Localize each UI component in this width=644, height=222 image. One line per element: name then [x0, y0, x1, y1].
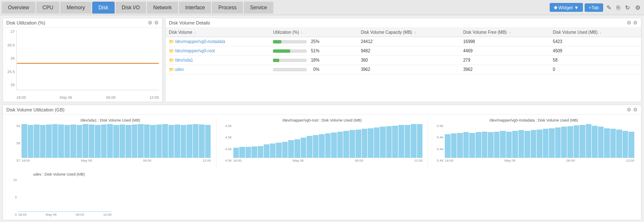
disk-util-cell: 51%: [270, 46, 357, 56]
disk-util-title: Disk Utilization (%): [6, 20, 45, 25]
disk-vol-name[interactable]: 📁/dev/mapper/vg0-root: [166, 46, 270, 56]
bar: [561, 127, 567, 158]
bar: [72, 211, 75, 212]
bar: [91, 211, 94, 212]
bar: [88, 211, 90, 212]
widget-dropdown-icon: ▼: [574, 5, 579, 10]
bar: [457, 133, 463, 158]
tab-process[interactable]: Process: [212, 2, 243, 14]
disk-util-header: Disk Utilization (%) ⚙ ⚙: [3, 18, 162, 28]
bar: [54, 211, 57, 212]
udev-chart-title: udev : Disk Volume Used (MB): [6, 172, 112, 176]
bar: [355, 130, 361, 158]
disk-vol-header: Disk Volume Details ⚙ ⚙: [166, 18, 641, 28]
config-icon-util[interactable]: ⚙: [633, 107, 638, 113]
table-row: 📁/dev/sda1 18% 360 279 58: [166, 56, 641, 65]
bar: [258, 146, 264, 158]
add-tab-button[interactable]: +Tab: [585, 3, 603, 12]
widget-button[interactable]: ◆ Widget ▼: [550, 3, 583, 12]
utilization-line: [17, 63, 159, 64]
bar: [36, 211, 39, 212]
config-icon[interactable]: ⚙: [154, 20, 159, 26]
widget-label: Widget: [558, 5, 573, 10]
chart-plot: [16, 30, 159, 90]
bar: [52, 124, 58, 158]
disk-vol-util-title: Disk Volume Utilization (GB): [6, 107, 64, 112]
disk-vol-util-header: Disk Volume Utilization (GB) ⚙ ⚙: [3, 105, 641, 115]
settings-icon-util[interactable]: ⚙: [627, 107, 631, 113]
bar: [319, 134, 325, 158]
edit-icon[interactable]: ✎: [605, 3, 613, 12]
bar: [580, 125, 585, 158]
bar: [40, 125, 46, 158]
tab-overview[interactable]: Overview: [2, 2, 35, 14]
bar: [524, 131, 530, 158]
settings-icon[interactable]: ⚙: [633, 3, 642, 12]
tab-cpu[interactable]: CPU: [36, 2, 59, 14]
refresh-icon[interactable]: ↻: [623, 3, 632, 12]
bar: [246, 147, 251, 158]
bar: [417, 124, 423, 158]
disk-util-cell: 0%: [270, 65, 357, 74]
tab-disk[interactable]: Disk: [92, 2, 115, 14]
sda1-y-axis: 59 58 57: [10, 124, 21, 162]
bar: [95, 125, 101, 158]
vg0root-x-axis: 18:00 May 06 06:00 12:00: [222, 159, 423, 162]
tab-disk-io[interactable]: Disk I/O: [115, 2, 146, 14]
vg0root-chart-title: /dev/mapper/vg0-root : Disk Volume Used …: [222, 118, 423, 122]
udev-row: udev : Disk Volume Used (MB) 10 5 0 18:0…: [3, 172, 641, 220]
divider2: [428, 118, 428, 169]
bar: [531, 130, 537, 158]
bar: [518, 130, 524, 158]
bar: [27, 211, 30, 212]
tab-interface[interactable]: Interface: [179, 2, 211, 14]
udev-bar-area: 10 5 0 18:00 May 06 06:00 12:00: [6, 178, 112, 217]
sda1-bar-area: 59 58 57 18:00 May 06 06:00 12:00: [10, 124, 211, 162]
disk-used-cell: 0: [550, 65, 641, 74]
disk-vol-name[interactable]: 📁/dev/sda1: [166, 56, 270, 65]
bar: [537, 130, 542, 158]
bar: [57, 211, 60, 212]
bar: [350, 130, 355, 158]
config-icon-vol[interactable]: ⚙: [633, 20, 638, 26]
copy-icon[interactable]: ⎘: [615, 3, 622, 12]
disk-capacity-cell: 360: [358, 56, 460, 65]
bar: [168, 125, 174, 158]
bar: [307, 136, 313, 158]
bar: [113, 125, 119, 158]
tab-memory[interactable]: Memory: [60, 2, 91, 14]
y-axis: 27 26.5 26 25.5 25: [3, 28, 16, 87]
bar: [94, 211, 96, 212]
bar: [21, 124, 27, 158]
sda1-chart: /dev/sda1 : Disk Volume Used (MB) 59 58 …: [6, 118, 214, 169]
tab-service[interactable]: Service: [244, 2, 273, 14]
add-tab-label: +Tab: [589, 5, 599, 10]
bar: [506, 132, 512, 158]
volume-charts-row: /dev/sda1 : Disk Volume Used (MB) 59 58 …: [3, 115, 641, 172]
top-row: Disk Utilization (%) ⚙ ⚙ 27 26.5 26 25.5…: [3, 18, 641, 102]
col-free: Disk Volume Free (MB) ↕: [460, 28, 550, 37]
bar: [61, 211, 63, 212]
settings-icon[interactable]: ⚙: [148, 20, 152, 26]
bar: [239, 147, 245, 158]
bar: [463, 132, 469, 158]
disk-vol-name[interactable]: 📁udev: [166, 65, 270, 74]
bar: [392, 126, 398, 158]
disk-free-cell: 4469: [460, 46, 550, 56]
bar: [386, 126, 392, 158]
udev-chart: udev : Disk Volume Used (MB) 10 5 0 18:0…: [6, 172, 112, 217]
table-header-row: Disk Volume ↕ Utilization (%) ↕ Disk Vol…: [166, 28, 641, 37]
bar: [482, 132, 488, 158]
bar: [126, 125, 131, 158]
bar: [64, 211, 66, 212]
bar: [34, 125, 40, 158]
bar: [46, 125, 52, 158]
bar: [89, 125, 95, 158]
bar: [380, 127, 386, 158]
tab-network[interactable]: Network: [147, 2, 178, 14]
bar: [174, 125, 180, 158]
disk-vol-name[interactable]: 📁/dev/mapper/vg0-motadata: [166, 37, 270, 46]
settings-icon-vol[interactable]: ⚙: [627, 20, 631, 26]
bar: [445, 134, 451, 158]
table-row: 📁udev 0% 3962 3962 0: [166, 65, 641, 74]
